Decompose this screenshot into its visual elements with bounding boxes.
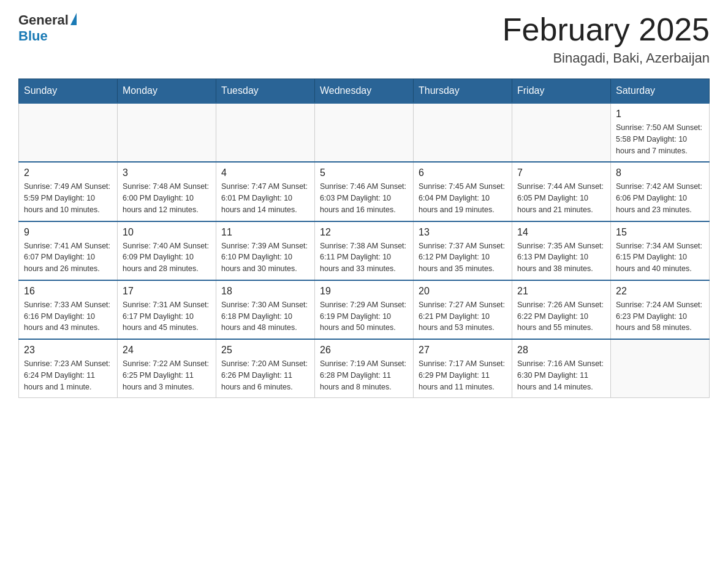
day-number: 6: [419, 167, 507, 178]
day-number: 21: [517, 286, 605, 297]
day-info: Sunrise: 7:30 AM Sunset: 6:18 PM Dayligh…: [221, 299, 309, 334]
week-row-3: 9Sunrise: 7:41 AM Sunset: 6:07 PM Daylig…: [19, 221, 710, 280]
col-header-friday: Friday: [512, 79, 611, 104]
day-cell: 9Sunrise: 7:41 AM Sunset: 6:07 PM Daylig…: [19, 221, 118, 280]
day-info: Sunrise: 7:48 AM Sunset: 6:00 PM Dayligh…: [123, 181, 211, 215]
day-cell: [414, 103, 512, 162]
week-row-4: 16Sunrise: 7:33 AM Sunset: 6:16 PM Dayli…: [19, 280, 710, 339]
day-info: Sunrise: 7:31 AM Sunset: 6:17 PM Dayligh…: [123, 299, 211, 334]
day-info: Sunrise: 7:27 AM Sunset: 6:21 PM Dayligh…: [419, 299, 507, 334]
day-number: 12: [320, 227, 408, 238]
day-number: 25: [221, 345, 309, 356]
day-cell: [216, 103, 315, 162]
page-header: General Blue February 2025 Binagadi, Bak…: [18, 12, 710, 66]
logo-blue-text: Blue: [18, 28, 48, 44]
col-header-wednesday: Wednesday: [315, 79, 414, 104]
day-cell: 26Sunrise: 7:19 AM Sunset: 6:28 PM Dayli…: [315, 339, 414, 398]
day-number: 11: [221, 227, 309, 238]
day-cell: 14Sunrise: 7:35 AM Sunset: 6:13 PM Dayli…: [512, 221, 611, 280]
day-info: Sunrise: 7:39 AM Sunset: 6:10 PM Dayligh…: [221, 240, 309, 275]
col-header-tuesday: Tuesday: [216, 79, 315, 104]
day-cell: 8Sunrise: 7:42 AM Sunset: 6:06 PM Daylig…: [611, 162, 710, 221]
day-number: 18: [221, 286, 309, 297]
logo-triangle-icon: [70, 13, 77, 25]
week-row-1: 1Sunrise: 7:50 AM Sunset: 5:58 PM Daylig…: [19, 103, 710, 162]
day-info: Sunrise: 7:24 AM Sunset: 6:23 PM Dayligh…: [616, 299, 704, 334]
day-info: Sunrise: 7:38 AM Sunset: 6:11 PM Dayligh…: [320, 240, 408, 275]
day-cell: 3Sunrise: 7:48 AM Sunset: 6:00 PM Daylig…: [118, 162, 216, 221]
day-info: Sunrise: 7:50 AM Sunset: 5:58 PM Dayligh…: [616, 122, 704, 156]
day-cell: 10Sunrise: 7:40 AM Sunset: 6:09 PM Dayli…: [118, 221, 216, 280]
day-cell: 24Sunrise: 7:22 AM Sunset: 6:25 PM Dayli…: [118, 339, 216, 398]
day-cell: 12Sunrise: 7:38 AM Sunset: 6:11 PM Dayli…: [315, 221, 414, 280]
col-header-thursday: Thursday: [414, 79, 512, 104]
day-number: 10: [123, 227, 211, 238]
day-number: 20: [419, 286, 507, 297]
day-info: Sunrise: 7:20 AM Sunset: 6:26 PM Dayligh…: [221, 358, 309, 393]
day-number: 22: [616, 286, 704, 297]
month-title: February 2025: [502, 12, 710, 47]
day-cell: 4Sunrise: 7:47 AM Sunset: 6:01 PM Daylig…: [216, 162, 315, 221]
location-label: Binagadi, Baki, Azerbaijan: [502, 50, 710, 66]
day-cell: 5Sunrise: 7:46 AM Sunset: 6:03 PM Daylig…: [315, 162, 414, 221]
day-number: 17: [123, 286, 211, 297]
day-info: Sunrise: 7:22 AM Sunset: 6:25 PM Dayligh…: [123, 358, 211, 393]
day-number: 27: [419, 345, 507, 356]
day-info: Sunrise: 7:16 AM Sunset: 6:30 PM Dayligh…: [517, 358, 605, 393]
day-number: 24: [123, 345, 211, 356]
day-info: Sunrise: 7:34 AM Sunset: 6:15 PM Dayligh…: [616, 240, 704, 275]
day-cell: 23Sunrise: 7:23 AM Sunset: 6:24 PM Dayli…: [19, 339, 118, 398]
day-info: Sunrise: 7:44 AM Sunset: 6:05 PM Dayligh…: [517, 181, 605, 215]
day-cell: 1Sunrise: 7:50 AM Sunset: 5:58 PM Daylig…: [611, 103, 710, 162]
day-cell: 7Sunrise: 7:44 AM Sunset: 6:05 PM Daylig…: [512, 162, 611, 221]
day-info: Sunrise: 7:33 AM Sunset: 6:16 PM Dayligh…: [24, 299, 112, 334]
day-cell: [512, 103, 611, 162]
day-number: 14: [517, 227, 605, 238]
day-cell: 22Sunrise: 7:24 AM Sunset: 6:23 PM Dayli…: [611, 280, 710, 339]
day-info: Sunrise: 7:42 AM Sunset: 6:06 PM Dayligh…: [616, 181, 704, 215]
title-section: February 2025 Binagadi, Baki, Azerbaijan: [502, 12, 710, 66]
day-cell: [118, 103, 216, 162]
day-info: Sunrise: 7:45 AM Sunset: 6:04 PM Dayligh…: [419, 181, 507, 215]
day-number: 28: [517, 345, 605, 356]
logo-general-text: General: [18, 12, 69, 28]
col-header-monday: Monday: [118, 79, 216, 104]
day-cell: [315, 103, 414, 162]
day-cell: 19Sunrise: 7:29 AM Sunset: 6:19 PM Dayli…: [315, 280, 414, 339]
day-info: Sunrise: 7:26 AM Sunset: 6:22 PM Dayligh…: [517, 299, 605, 334]
day-info: Sunrise: 7:40 AM Sunset: 6:09 PM Dayligh…: [123, 240, 211, 275]
day-cell: 28Sunrise: 7:16 AM Sunset: 6:30 PM Dayli…: [512, 339, 611, 398]
day-cell: 2Sunrise: 7:49 AM Sunset: 5:59 PM Daylig…: [19, 162, 118, 221]
day-number: 2: [24, 167, 112, 178]
day-number: 8: [616, 167, 704, 178]
day-info: Sunrise: 7:23 AM Sunset: 6:24 PM Dayligh…: [24, 358, 112, 393]
day-number: 19: [320, 286, 408, 297]
day-cell: 6Sunrise: 7:45 AM Sunset: 6:04 PM Daylig…: [414, 162, 512, 221]
day-info: Sunrise: 7:41 AM Sunset: 6:07 PM Dayligh…: [24, 240, 112, 275]
day-info: Sunrise: 7:35 AM Sunset: 6:13 PM Dayligh…: [517, 240, 605, 275]
day-cell: 16Sunrise: 7:33 AM Sunset: 6:16 PM Dayli…: [19, 280, 118, 339]
day-number: 23: [24, 345, 112, 356]
day-cell: 13Sunrise: 7:37 AM Sunset: 6:12 PM Dayli…: [414, 221, 512, 280]
day-number: 13: [419, 227, 507, 238]
day-number: 1: [616, 109, 704, 120]
day-number: 9: [24, 227, 112, 238]
day-number: 26: [320, 345, 408, 356]
day-number: 16: [24, 286, 112, 297]
day-info: Sunrise: 7:47 AM Sunset: 6:01 PM Dayligh…: [221, 181, 309, 215]
col-header-saturday: Saturday: [611, 79, 710, 104]
logo: General Blue: [18, 12, 77, 44]
day-number: 4: [221, 167, 309, 178]
day-number: 3: [123, 167, 211, 178]
day-info: Sunrise: 7:49 AM Sunset: 5:59 PM Dayligh…: [24, 181, 112, 215]
day-cell: [19, 103, 118, 162]
day-cell: 15Sunrise: 7:34 AM Sunset: 6:15 PM Dayli…: [611, 221, 710, 280]
day-number: 15: [616, 227, 704, 238]
day-cell: 11Sunrise: 7:39 AM Sunset: 6:10 PM Dayli…: [216, 221, 315, 280]
day-number: 5: [320, 167, 408, 178]
day-info: Sunrise: 7:17 AM Sunset: 6:29 PM Dayligh…: [419, 358, 507, 393]
week-row-2: 2Sunrise: 7:49 AM Sunset: 5:59 PM Daylig…: [19, 162, 710, 221]
col-header-sunday: Sunday: [19, 79, 118, 104]
day-info: Sunrise: 7:46 AM Sunset: 6:03 PM Dayligh…: [320, 181, 408, 215]
day-cell: 20Sunrise: 7:27 AM Sunset: 6:21 PM Dayli…: [414, 280, 512, 339]
